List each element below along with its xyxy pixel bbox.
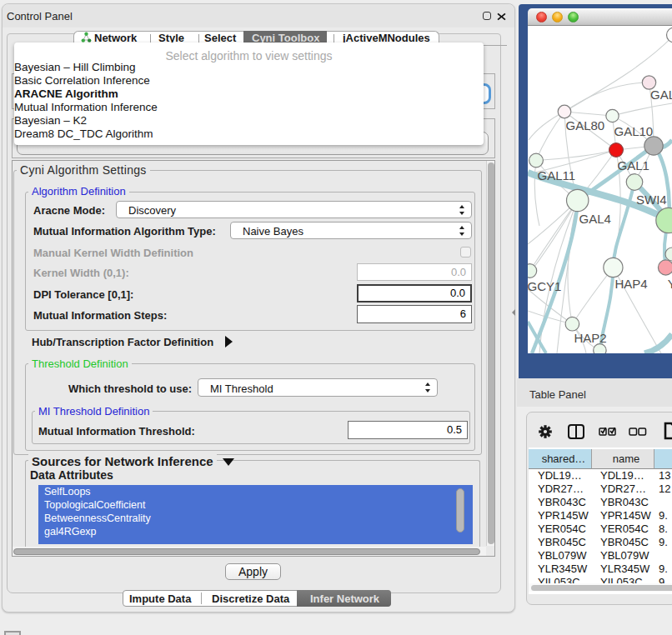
svg-text:GCY1: GCY1 [528, 279, 561, 293]
svg-text:HAP4: HAP4 [615, 277, 648, 291]
svg-text:GAL7: GAL7 [650, 88, 672, 102]
svg-text:Y: Y [668, 277, 672, 291]
svg-text:GAL1: GAL1 [618, 158, 649, 172]
svg-text:GAL10: GAL10 [614, 124, 654, 138]
svg-text:GAL11: GAL11 [538, 168, 576, 182]
svg-text:GAL4: GAL4 [579, 212, 611, 226]
svg-text:HAP2: HAP2 [574, 331, 607, 345]
svg-text:GAL80: GAL80 [566, 118, 605, 132]
svg-text:SWI4: SWI4 [636, 192, 667, 207]
